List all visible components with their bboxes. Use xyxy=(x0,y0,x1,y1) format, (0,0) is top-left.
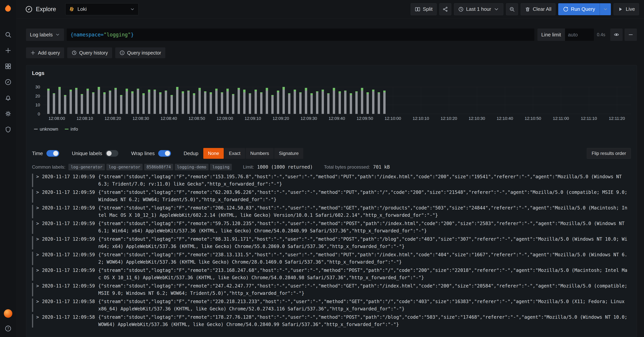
query-history-button[interactable]: Query history xyxy=(67,48,112,58)
log-row[interactable]: >2020-11-17 12:09:59{"stream":"stdout","… xyxy=(32,251,631,266)
histogram-bar xyxy=(98,87,100,114)
log-timestamp: 2020-11-17 12:09:59 xyxy=(42,204,98,219)
histogram-plot xyxy=(43,87,631,114)
histogram-bar-info-segment xyxy=(310,93,313,95)
log-row[interactable]: >2020-11-17 12:09:58{"stream":"stdout","… xyxy=(32,298,631,312)
histogram-bar xyxy=(361,88,363,114)
zoom-out-button[interactable] xyxy=(506,3,518,15)
add-query-button[interactable]: Add query xyxy=(26,48,64,58)
histogram-bar xyxy=(131,91,134,114)
x-tick-label: 12:09:50 xyxy=(357,116,373,121)
log-row[interactable]: >2020-11-17 12:09:59{"stream":"stdout","… xyxy=(32,220,631,234)
histogram-bar xyxy=(109,90,111,114)
help-icon[interactable]: ? xyxy=(4,325,12,332)
histogram-bar-info-segment xyxy=(215,89,218,90)
remove-query-button[interactable] xyxy=(624,28,637,41)
share-link-button[interactable] xyxy=(439,3,451,15)
eye-icon xyxy=(614,32,619,38)
histogram-bar xyxy=(126,89,128,114)
angle-right-icon: > xyxy=(33,298,42,312)
log-row[interactable]: >2020-11-17 12:09:59{"stream":"stdout","… xyxy=(32,282,631,297)
run-query-dropdown-button[interactable] xyxy=(600,3,611,15)
clear-all-button[interactable]: Clear All xyxy=(521,3,556,15)
loki-logo-icon xyxy=(69,6,75,12)
query-inspector-button[interactable]: Query inspector xyxy=(115,48,165,58)
alerting-bell-icon[interactable] xyxy=(4,94,12,101)
disable-query-button[interactable] xyxy=(610,28,622,41)
bytes-processed-value: 701 kB xyxy=(373,164,390,170)
legend-item-unknown[interactable]: unknown xyxy=(34,126,58,132)
gridline-vertical xyxy=(561,87,561,114)
histogram-bar xyxy=(187,90,190,114)
query-expression-input[interactable]: {namespace="logging"} xyxy=(67,28,534,41)
log-row[interactable]: >2020-11-17 12:09:59{"stream":"stdout","… xyxy=(32,236,631,250)
gridline-vertical xyxy=(365,87,365,114)
user-avatar[interactable] xyxy=(4,309,12,318)
histogram-bar-info-segment xyxy=(126,89,128,91)
plus-icon[interactable] xyxy=(4,47,12,54)
histogram-bar xyxy=(277,90,279,114)
explore-compass-icon[interactable] xyxy=(4,78,12,86)
histogram-bar xyxy=(215,89,218,114)
admin-shield-icon[interactable] xyxy=(4,126,12,133)
dedup-option-none[interactable]: None xyxy=(203,148,224,159)
histogram-bar xyxy=(53,93,55,114)
log-timestamp: 2020-11-17 12:09:59 xyxy=(42,267,98,281)
gridline-vertical xyxy=(337,87,337,114)
histogram-bar xyxy=(249,93,251,114)
histogram-bar-info-segment xyxy=(176,87,178,90)
search-icon[interactable] xyxy=(4,31,12,38)
query-close-brace: } xyxy=(131,32,134,38)
histogram-bar-info-segment xyxy=(53,93,55,94)
histogram-bar-info-segment xyxy=(288,93,290,94)
histogram-bar xyxy=(176,87,178,114)
common-label-badge: log-generator xyxy=(106,164,142,170)
query-label-part: {namespace= xyxy=(70,32,104,38)
log-labels-dropdown[interactable]: Log labels xyxy=(26,28,64,41)
dedup-option-signature[interactable]: Signature xyxy=(274,148,303,159)
log-row[interactable]: >2020-11-17 12:09:59{"stream":"stdout","… xyxy=(32,267,631,281)
log-row[interactable]: >2020-11-17 12:09:59{"stream":"stdout","… xyxy=(32,204,631,219)
dedup-option-numbers[interactable]: Numbers xyxy=(246,148,274,159)
log-message: {"stream":"stdout","logtag":"F","remote"… xyxy=(98,220,631,234)
y-tick-label: 30 xyxy=(36,84,40,90)
common-labels-label: Common labels: xyxy=(32,164,65,170)
split-button[interactable]: Split xyxy=(411,3,437,15)
histogram-bar xyxy=(316,91,318,114)
log-row[interactable]: >2020-11-17 12:09:59{"stream":"stdout","… xyxy=(32,189,631,203)
histogram-bar-info-segment xyxy=(137,89,139,90)
run-query-button[interactable]: Run Query xyxy=(558,3,600,15)
explore-content: Log labels {namespace="logging"} Line li… xyxy=(16,18,644,337)
histogram-bar xyxy=(193,93,195,114)
log-row[interactable]: >2020-11-17 12:09:59{"stream":"stdout","… xyxy=(32,173,631,188)
histogram-bar-info-segment xyxy=(198,88,201,90)
flip-results-order-button[interactable]: Flip results order xyxy=(587,148,631,159)
datasource-picker[interactable]: Loki xyxy=(65,3,138,15)
line-limit-input[interactable] xyxy=(565,28,594,41)
legend-item-info[interactable]: info xyxy=(65,126,78,132)
histogram-bar-info-segment xyxy=(383,90,386,92)
histogram-bar-info-segment xyxy=(154,90,156,90)
unique-labels-toggle[interactable] xyxy=(106,150,118,157)
histogram-bar xyxy=(294,90,296,114)
settings-gear-icon[interactable] xyxy=(4,110,12,117)
histogram-bar xyxy=(182,91,184,114)
angle-right-icon: > xyxy=(33,220,42,234)
dedup-option-exact[interactable]: Exact xyxy=(224,148,245,159)
wrap-lines-toggle[interactable] xyxy=(158,150,171,157)
grafana-logo-icon[interactable] xyxy=(4,4,13,13)
log-row[interactable]: >2020-11-17 12:09:58{"stream":"stdout","… xyxy=(32,314,631,328)
live-button[interactable]: Live xyxy=(614,3,639,15)
time-range-picker[interactable]: Last 1 hour xyxy=(454,3,503,15)
histogram-bar xyxy=(383,90,386,114)
dashboards-icon[interactable] xyxy=(4,63,12,70)
histogram-bar-info-segment xyxy=(350,93,352,95)
wrap-lines-toggle-label: Wrap lines xyxy=(131,150,154,156)
angle-right-icon: > xyxy=(33,267,42,281)
log-message: {"stream":"stdout","logtag":"F","remote"… xyxy=(98,298,631,312)
angle-right-icon: > xyxy=(33,236,42,250)
histogram-bar-info-segment xyxy=(333,88,335,90)
histogram-bar xyxy=(142,93,145,114)
time-toggle[interactable] xyxy=(46,150,59,157)
histogram-bar-info-segment xyxy=(114,88,117,90)
